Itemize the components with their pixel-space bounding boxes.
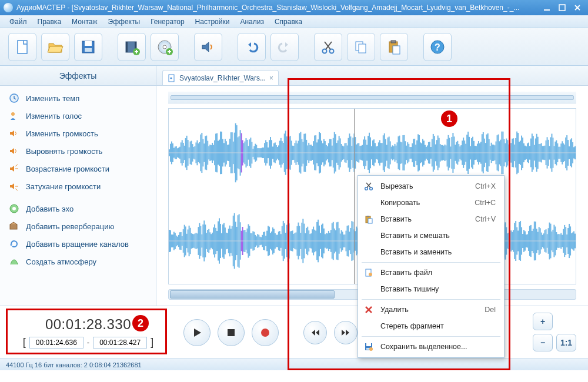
context-menu-item[interactable]: КопироватьCtrl+C — [358, 195, 504, 211]
svg-point-11 — [163, 45, 166, 49]
context-menu-item[interactable]: Вставить и смешать — [358, 227, 504, 244]
menu-analysis[interactable]: Анализ — [235, 16, 269, 27]
context-menu-item[interactable]: ВставитьCtrl+V — [358, 211, 504, 227]
context-menu-item[interactable]: Вставить и заменить — [358, 244, 504, 260]
sidebar-item-fadein[interactable]: Возрастание громкости — [0, 160, 156, 177]
sidebar-item-normalize[interactable]: Выровнять громкость — [0, 142, 156, 160]
blank-icon — [363, 197, 375, 209]
close-button[interactable] — [570, 3, 584, 12]
svg-rect-738 — [368, 219, 372, 223]
sidebar-item-reverb[interactable]: Добавить реверберацию — [0, 217, 156, 235]
context-menu-label: Вставить и заменить — [380, 248, 476, 256]
open-file-button[interactable] — [41, 33, 69, 61]
undo-button[interactable] — [238, 33, 266, 61]
new-file-button[interactable] — [8, 33, 36, 61]
selection-range: [ - ] — [23, 336, 153, 349]
context-menu-item[interactable]: Стереть фрагмент — [358, 318, 504, 334]
svg-rect-18 — [391, 41, 396, 43]
context-menu-item[interactable]: Сохранить выделенное... — [358, 339, 504, 355]
zoom-in-button[interactable]: + — [533, 313, 553, 330]
context-menu-label: Стереть фрагмент — [380, 322, 476, 330]
tab-active[interactable]: Svyatoslav_Rikhter_Wars... × — [162, 70, 279, 85]
copy-button[interactable] — [347, 33, 375, 61]
blank-icon — [363, 230, 375, 242]
cut-icon — [363, 180, 375, 192]
sidebar-item-rotate[interactable]: Добавить вращение каналов — [0, 235, 156, 253]
svg-rect-732 — [228, 329, 235, 336]
stop-button[interactable] — [218, 319, 245, 346]
main-area: Эффекты Изменить темп Изменить голос Изм… — [0, 66, 588, 358]
zoom-ratio-button[interactable]: 1:1 — [556, 334, 576, 351]
prev-button[interactable] — [303, 321, 327, 344]
window-title: АудиоМАСТЕР - [Svyatoslav_Rikhter_Warsaw… — [16, 4, 539, 12]
status-text: 44100 Гц 16 бит каналов: 2 0:08:04 21362… — [6, 361, 142, 368]
menu-edit[interactable]: Правка — [33, 16, 66, 27]
context-menu: ВырезатьCtrl+XКопироватьCtrl+CВставитьCt… — [358, 175, 505, 358]
title-bar: АудиоМАСТЕР - [Svyatoslav_Rikhter_Warsaw… — [0, 0, 588, 15]
context-menu-item[interactable]: УдалитьDel — [358, 301, 504, 318]
minimize-button[interactable] — [540, 3, 554, 12]
menu-generator[interactable]: Генератор — [146, 16, 189, 27]
sidebar-item-voice[interactable]: Изменить голос — [0, 107, 156, 125]
menu-settings[interactable]: Настройки — [191, 16, 235, 27]
selection-start-input[interactable] — [29, 337, 83, 349]
volume-up-icon — [8, 163, 20, 175]
reverb-icon — [8, 220, 20, 232]
help-button[interactable]: ? — [423, 33, 452, 61]
transport-buttons — [183, 319, 358, 346]
sidebar-item-volume[interactable]: Изменить громкость — [0, 125, 156, 142]
playhead-marker-icon — [350, 108, 359, 109]
record-button[interactable] — [252, 319, 279, 346]
menu-file[interactable]: Файл — [5, 16, 32, 27]
context-menu-item[interactable]: Вставить файл — [358, 264, 504, 281]
play-button[interactable] — [183, 319, 211, 346]
save-file-button[interactable] — [74, 33, 102, 61]
scrollbar-thumb[interactable] — [170, 290, 335, 299]
sidebar-item-tempo[interactable]: Изменить темп — [0, 89, 156, 107]
sidebar-item-label: Возрастание громкости — [26, 165, 109, 173]
tab-label: Svyatoslav_Rikhter_Wars... — [179, 74, 266, 82]
sidebar-item-label: Выровнять громкость — [26, 147, 102, 156]
speaker-button[interactable] — [194, 33, 222, 61]
tab-close-icon[interactable]: × — [269, 74, 273, 82]
paste-icon — [363, 213, 375, 225]
menu-effects[interactable]: Эффекты — [103, 16, 145, 27]
context-menu-item[interactable]: Вставить тишину — [358, 281, 504, 297]
sidebar-item-label: Изменить голос — [26, 112, 82, 120]
context-menu-label: Копировать — [380, 199, 455, 207]
toolbar: ? — [0, 28, 588, 66]
svg-point-740 — [369, 273, 372, 276]
sidebar-item-fadeout[interactable]: Затухание громкости — [0, 177, 156, 195]
context-menu-label: Вставить — [380, 215, 455, 223]
svg-rect-742 — [366, 343, 371, 346]
paste-button[interactable] — [380, 33, 408, 61]
context-menu-label: Вставить и смешать — [380, 232, 476, 240]
sidebar-item-echo[interactable]: Добавить эхо — [0, 200, 156, 217]
svg-rect-19 — [393, 46, 400, 54]
timeline-ruler[interactable] — [168, 92, 576, 103]
add-video-button[interactable] — [118, 33, 146, 61]
svg-point-25 — [12, 207, 16, 210]
sidebar-item-label: Изменить темп — [26, 94, 79, 103]
svg-point-14 — [330, 49, 334, 53]
range-dash: - — [87, 338, 89, 347]
context-menu-item[interactable]: ВырезатьCtrl+X — [358, 178, 504, 195]
selection-end-input[interactable] — [93, 337, 147, 349]
menu-help[interactable]: Справка — [270, 16, 307, 27]
burn-cd-button[interactable] — [151, 33, 179, 61]
svg-rect-1 — [559, 5, 565, 11]
svg-text:?: ? — [435, 42, 440, 52]
zoom-out-button[interactable]: − — [533, 334, 553, 351]
playhead[interactable] — [354, 108, 355, 284]
context-menu-label: Сохранить выделенное... — [380, 343, 476, 351]
sidebar-item-atmosphere[interactable]: Создать атмосферу — [0, 253, 156, 270]
app-icon — [4, 3, 13, 12]
maximize-button[interactable] — [555, 3, 569, 12]
cut-button[interactable] — [314, 33, 342, 61]
svg-rect-5 — [85, 48, 92, 52]
sidebar-item-label: Создать атмосферу — [26, 257, 96, 266]
next-button[interactable] — [334, 321, 358, 344]
tab-bar: Svyatoslav_Rikhter_Wars... × — [156, 66, 588, 86]
menu-montage[interactable]: Монтаж — [67, 16, 102, 27]
redo-button[interactable] — [270, 33, 299, 61]
